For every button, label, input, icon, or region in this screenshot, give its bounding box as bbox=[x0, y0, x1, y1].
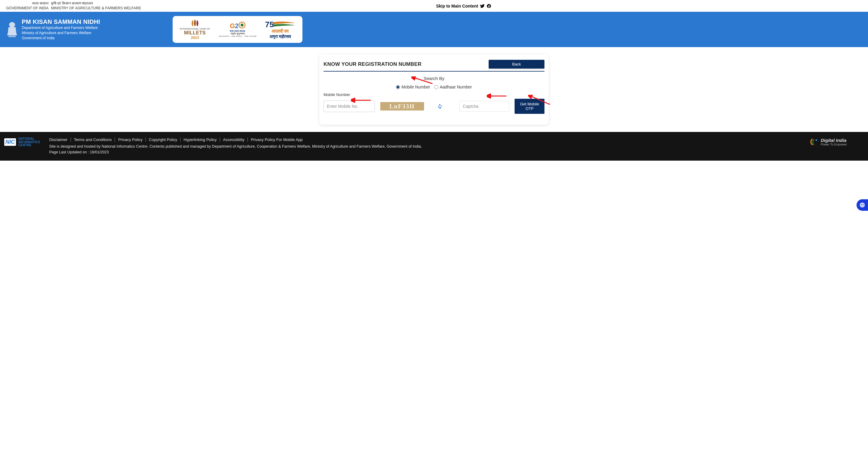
digital-india-title: Digital India bbox=[820, 138, 847, 143]
footer-link-privacy[interactable]: Privacy Policy bbox=[115, 137, 146, 142]
svg-point-8 bbox=[241, 24, 244, 27]
campaign-banner: INTERNATIONAL YEAR OF MILLETS 2023 G2 भा… bbox=[173, 16, 303, 43]
footer-links: Disclaimer Terms and Conditions Privacy … bbox=[49, 137, 801, 142]
azadi-line-1: आज़ादी का bbox=[272, 28, 288, 34]
footer-body-text: Site is designed and hosted by National … bbox=[49, 144, 801, 149]
ministry-hindi: कृषि एवं किसान कल्याण मंत्रालय bbox=[51, 1, 93, 6]
top-bar: भारत सरकार GOVERNMENT OF INDIA कृषि एवं … bbox=[0, 0, 868, 12]
radio-aadhaar-label[interactable]: Aadhaar Number bbox=[434, 85, 472, 89]
millets-icon bbox=[189, 19, 201, 27]
g20-tagline-1: भारत 2023 INDIA bbox=[230, 30, 245, 32]
digital-india-icon bbox=[810, 137, 819, 146]
radio-mobile-label[interactable]: Mobile Number bbox=[396, 85, 430, 89]
digital-india-text: Digital India Power To Empower bbox=[820, 138, 847, 146]
footer-link-accessibility[interactable]: Accessibility bbox=[220, 137, 248, 142]
get-otp-button[interactable]: Get Mobile OTP bbox=[515, 99, 545, 114]
footer-digital-india: Digital India Power To Empower bbox=[810, 137, 865, 146]
footer-link-terms[interactable]: Terms and Conditions bbox=[71, 137, 115, 142]
gov-english: GOVERNMENT OF INDIA bbox=[6, 6, 49, 11]
svg-point-0 bbox=[9, 22, 15, 27]
card-header: KNOW YOUR REGISTRATION NUMBER Back bbox=[323, 60, 545, 71]
millets-overline: INTERNATIONAL YEAR OF bbox=[180, 27, 210, 30]
twitter-icon[interactable] bbox=[480, 4, 485, 8]
site-subtitle-1: Department of Agriculture and Farmers We… bbox=[22, 25, 100, 30]
site-header: PM KISAN SAMMAN NIDHI Department of Agri… bbox=[0, 12, 868, 47]
azadi-line-2: अमृत महोत्सव bbox=[270, 34, 291, 39]
facebook-icon[interactable] bbox=[487, 4, 491, 8]
radio-aadhaar-text: Aadhaar Number bbox=[440, 85, 472, 89]
millets-title: MILLETS bbox=[184, 30, 206, 36]
site-header-left: PM KISAN SAMMAN NIDHI Department of Agri… bbox=[6, 19, 100, 40]
site-footer: NIC NATIONAL INFORMATICS CENTRE Disclaim… bbox=[0, 132, 868, 160]
captcha-image: LnF33H bbox=[380, 102, 424, 111]
gov-hindi: भारत सरकार bbox=[32, 1, 49, 6]
mobile-number-label: Mobile Number bbox=[323, 92, 545, 97]
svg-point-6 bbox=[196, 20, 198, 26]
g20-tagline-3: ONE EARTH · ONE FAMILY · ONE FUTURE bbox=[218, 35, 256, 37]
footer-last-updated: Page Last Updated on : 18/01/2023 bbox=[49, 149, 801, 155]
card-title: KNOW YOUR REGISTRATION NUMBER bbox=[323, 61, 421, 67]
radio-mobile-text: Mobile Number bbox=[401, 85, 430, 89]
radio-mobile[interactable] bbox=[396, 85, 400, 89]
captcha-input[interactable] bbox=[459, 101, 509, 112]
digital-india-tagline: Power To Empower bbox=[820, 143, 847, 146]
nic-icon: NIC bbox=[4, 138, 16, 146]
registration-card: KNOW YOUR REGISTRATION NUMBER Back Searc… bbox=[319, 54, 549, 125]
site-title-block: PM KISAN SAMMAN NIDHI Department of Agri… bbox=[22, 19, 100, 40]
nic-text: NATIONAL INFORMATICS CENTRE bbox=[19, 137, 40, 147]
footer-link-copyright[interactable]: Copyright Policy bbox=[146, 137, 181, 142]
gov-label-col: भारत सरकार GOVERNMENT OF INDIA bbox=[6, 1, 49, 10]
azadi-number: 75 bbox=[265, 20, 274, 29]
mobile-number-input[interactable] bbox=[323, 100, 375, 112]
ministry-english: MINISTRY OF AGRICULTURE & FARMERS WELFAR… bbox=[51, 6, 141, 11]
site-subtitle-2: Ministry of Agriculture and Farmers Welf… bbox=[22, 30, 100, 36]
azadi-logo: 75 आज़ादी का अमृत महोत्सव bbox=[265, 20, 295, 39]
footer-link-disclaimer[interactable]: Disclaimer bbox=[49, 137, 71, 142]
footer-link-mobile-privacy[interactable]: Privacy Policy For Mobile App bbox=[248, 137, 306, 142]
govt-emblem-icon bbox=[6, 21, 18, 38]
top-bar-left: भारत सरकार GOVERNMENT OF INDIA कृषि एवं … bbox=[6, 1, 141, 10]
site-title: PM KISAN SAMMAN NIDHI bbox=[22, 19, 100, 25]
svg-rect-2 bbox=[7, 34, 17, 35]
millets-year: 2023 bbox=[191, 36, 199, 40]
site-subtitle-3: Government of India bbox=[22, 36, 100, 41]
search-by-radios: Mobile Number Aadhaar Number bbox=[323, 85, 545, 89]
ministry-label-col: कृषि एवं किसान कल्याण मंत्रालय MINISTRY … bbox=[51, 1, 141, 10]
back-button[interactable]: Back bbox=[489, 60, 545, 68]
g20-logo: G2 भारत 2023 INDIA वसुधैव कुटुम्बकम् ONE… bbox=[218, 22, 256, 37]
footer-nic-logo: NIC NATIONAL INFORMATICS CENTRE bbox=[3, 137, 40, 147]
radio-aadhaar[interactable] bbox=[434, 85, 438, 89]
main-content: KNOW YOUR REGISTRATION NUMBER Back Searc… bbox=[0, 47, 868, 132]
g20-text: G2 bbox=[230, 22, 245, 30]
millets-logo: INTERNATIONAL YEAR OF MILLETS 2023 bbox=[180, 19, 210, 40]
svg-point-4 bbox=[192, 20, 193, 26]
g20-tagline-2: वसुधैव कुटुम्बकम् bbox=[230, 32, 245, 35]
top-bar-center: Skip to Main Content bbox=[141, 4, 786, 8]
skip-to-content-link[interactable]: Skip to Main Content bbox=[436, 4, 478, 8]
footer-mid: Disclaimer Terms and Conditions Privacy … bbox=[49, 137, 801, 155]
svg-rect-3 bbox=[8, 36, 16, 37]
search-by-label: Search By bbox=[323, 76, 545, 81]
refresh-captcha-icon[interactable] bbox=[437, 103, 443, 109]
form-row: LnF33H Get Mobile OTP bbox=[323, 99, 545, 114]
nic-line-3: CENTRE bbox=[19, 144, 40, 147]
svg-point-5 bbox=[194, 20, 196, 26]
footer-link-hyperlinking[interactable]: Hyperlinking Policy bbox=[181, 137, 220, 142]
svg-point-14 bbox=[815, 139, 817, 141]
azadi-flag-icon bbox=[273, 21, 297, 29]
svg-rect-1 bbox=[7, 33, 17, 34]
